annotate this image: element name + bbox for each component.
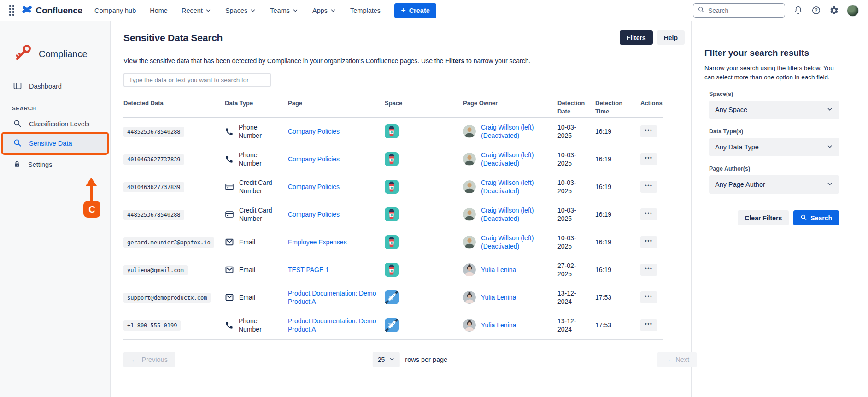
avatar <box>463 291 476 304</box>
row-actions-button[interactable]: ••• <box>640 153 657 165</box>
avatar <box>463 208 476 221</box>
annotation-c-badge: C <box>83 201 100 218</box>
table-header: Detected Data Data Type Page Space Page … <box>123 96 663 118</box>
page-owner-link[interactable]: Craig Willson (left) (Deactivated) <box>481 123 551 140</box>
confluence-logo[interactable]: Confluence <box>22 4 82 17</box>
sidebar-item-sensitive-data[interactable]: Sensitive Data <box>3 134 107 153</box>
page-owner-link[interactable]: Yulia Lenina <box>481 293 516 302</box>
spaces-filter-dropdown[interactable]: Any Space <box>709 101 839 119</box>
clear-filters-button[interactable]: Clear Filters <box>738 210 789 225</box>
phone-icon <box>225 321 234 330</box>
detection-date-value: 10-03-2025 <box>557 234 595 250</box>
sidebar-item-settings[interactable]: Settings <box>0 156 110 173</box>
global-search[interactable] <box>693 3 785 18</box>
coffee-cup-space-icon <box>385 207 399 221</box>
nav-item-recent[interactable]: Recent <box>182 7 211 14</box>
pagination: ← Previous 25 rows per page → Next <box>123 352 697 367</box>
top-menu: Company hub Home Recent Spaces Teams App… <box>94 7 381 14</box>
page-link[interactable]: Company Policies <box>288 155 340 163</box>
avatar <box>463 319 476 332</box>
chevron-down-icon <box>250 7 256 14</box>
page-owner-link[interactable]: Craig Willson (left) (Deactivated) <box>481 178 551 195</box>
page-link[interactable]: Product Documentation: Demo Product A <box>288 317 376 333</box>
more-horizontal-icon: ••• <box>645 238 652 244</box>
chevron-down-icon <box>389 356 394 363</box>
search-icon <box>800 214 807 222</box>
avatar <box>463 153 476 166</box>
sidebar-section-search: SEARCH <box>0 101 110 115</box>
sidebar-item-classification-levels[interactable]: Classification Levels <box>0 115 110 133</box>
credit-card-icon <box>225 182 234 191</box>
detected-data-value: 4010463627737839 <box>123 182 184 192</box>
nav-item-apps[interactable]: Apps <box>312 7 336 14</box>
page-authors-filter-label: Page Author(s) <box>709 166 839 172</box>
column-header-space: Space <box>385 99 463 107</box>
page-owner-link[interactable]: Yulia Lenina <box>481 321 516 329</box>
product-name: Confluence <box>36 6 82 16</box>
more-horizontal-icon: ••• <box>645 155 652 161</box>
next-page-button[interactable]: → Next <box>657 352 697 367</box>
help-button[interactable]: Help <box>657 30 685 45</box>
detection-time-value: 16:19 <box>595 210 640 219</box>
row-actions-button[interactable]: ••• <box>640 125 657 137</box>
page-owner-link[interactable]: Craig Willson (left) (Deactivated) <box>481 206 551 223</box>
create-button[interactable]: + Create <box>394 3 436 18</box>
nav-item-spaces[interactable]: Spaces <box>225 7 256 14</box>
coffee-cup-space-icon <box>385 180 399 194</box>
page-owner-link[interactable]: Craig Willson (left) (Deactivated) <box>481 234 551 250</box>
notifications-bell-icon[interactable] <box>793 6 803 16</box>
nav-item-templates[interactable]: Templates <box>350 7 381 14</box>
detected-data-value: support@demoproductx.com <box>123 293 211 303</box>
global-search-input[interactable] <box>708 7 780 14</box>
app-switcher-icon[interactable] <box>9 5 14 16</box>
filters-button[interactable]: Filters <box>620 30 653 45</box>
page-authors-filter-dropdown[interactable]: Any Page Author <box>709 175 839 194</box>
page-link[interactable]: Product Documentation: Demo Product A <box>288 290 376 305</box>
sidebar-item-dashboard[interactable]: Dashboard <box>0 77 110 95</box>
page-owner-link[interactable]: Craig Willson (left) (Deactivated) <box>481 151 551 167</box>
previous-page-button[interactable]: ← Previous <box>123 352 175 367</box>
avatar <box>463 125 476 138</box>
row-actions-button[interactable]: ••• <box>640 291 657 303</box>
nav-item-home[interactable]: Home <box>150 7 168 14</box>
detected-data-value: 4485253678540288 <box>123 210 184 220</box>
detection-time-value: 16:19 <box>595 238 640 246</box>
page-link[interactable]: Company Policies <box>288 128 340 135</box>
more-horizontal-icon: ••• <box>645 266 652 272</box>
credit-card-icon <box>225 210 234 219</box>
settings-gear-icon[interactable] <box>829 6 839 16</box>
user-avatar[interactable] <box>847 5 859 17</box>
nav-item-company-hub[interactable]: Company hub <box>94 7 136 14</box>
page-link[interactable]: Employee Expenses <box>288 238 347 246</box>
column-header-detection-date: Detection Date <box>557 99 595 115</box>
page-link[interactable]: Company Policies <box>288 211 340 218</box>
coffee-cup-space-icon <box>385 152 399 166</box>
data-types-filter-dropdown[interactable]: Any Data Type <box>709 138 839 156</box>
row-actions-button[interactable]: ••• <box>640 208 657 220</box>
chevron-down-icon <box>827 106 833 114</box>
page-link[interactable]: Company Policies <box>288 183 340 190</box>
detected-data-value: +1-800-555-0199 <box>123 320 181 331</box>
column-header-data-type: Data Type <box>225 99 288 107</box>
more-horizontal-icon: ••• <box>645 293 652 300</box>
filter-search-button[interactable]: Search <box>793 210 839 225</box>
row-actions-button[interactable]: ••• <box>640 319 657 331</box>
detection-date-value: 13-12-2024 <box>557 317 595 333</box>
help-icon[interactable]: ? <box>811 6 821 16</box>
row-actions-button[interactable]: ••• <box>640 236 657 248</box>
page-link[interactable]: TEST PAGE 1 <box>288 266 329 273</box>
column-header-detected-data: Detected Data <box>123 99 225 107</box>
nav-item-teams[interactable]: Teams <box>270 7 299 14</box>
row-actions-button[interactable]: ••• <box>640 181 657 193</box>
avatar <box>463 263 476 276</box>
compliance-sidebar: Compliance Dashboard SEARCH Classificati… <box>0 21 111 397</box>
detection-date-value: 10-03-2025 <box>557 151 595 167</box>
page-owner-link[interactable]: Yulia Lenina <box>481 266 516 274</box>
airplane-space-icon <box>385 318 399 332</box>
annotation-arrow <box>90 185 93 201</box>
sensitive-data-search-input[interactable] <box>123 73 271 87</box>
rows-per-page-label: rows per page <box>405 356 447 363</box>
table-row: support@demoproductx.com Email Product D… <box>123 284 663 311</box>
rows-per-page-select[interactable]: 25 <box>373 352 400 367</box>
row-actions-button[interactable]: ••• <box>640 264 657 276</box>
